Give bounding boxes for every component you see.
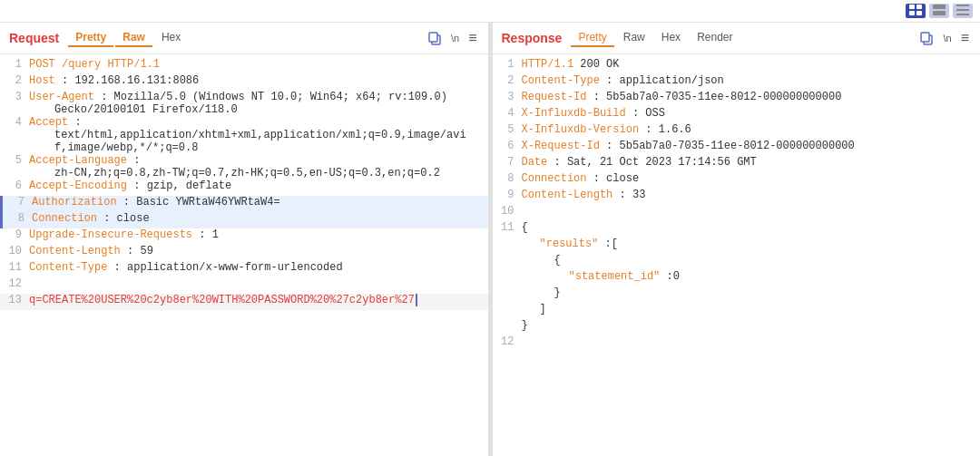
resp-line-results: "results" :[ — [493, 238, 981, 254]
line-12: 12 — [0, 277, 488, 294]
svg-rect-10 — [429, 33, 437, 42]
resp-line-11: 11 { — [493, 221, 981, 238]
svg-rect-3 — [916, 11, 922, 15]
copy-request-btn[interactable] — [426, 29, 444, 47]
request-header: Request Pretty Raw Hex \n ≡ — [0, 23, 488, 54]
top-bar — [0, 0, 980, 23]
svg-rect-6 — [956, 5, 969, 6]
svg-rect-7 — [956, 9, 969, 11]
resp-line-7: 7 Date : Sat, 21 Oct 2023 17:14:56 GMT — [493, 156, 981, 172]
resp-line-brace-open: { — [493, 254, 981, 270]
response-content[interactable]: 1 HTTP/1.1 200 OK 2 Content-Type : appli… — [493, 54, 981, 456]
line-6: 6 Accept-Encoding : gzip, deflate — [0, 179, 488, 196]
resp-line-obj-close: } — [493, 319, 981, 335]
line-3: 3 User-Agent : Mozilla/5.0 (Windows NT 1… — [0, 91, 488, 116]
response-icons: \n ≡ — [917, 28, 971, 48]
line-9: 9 Upgrade-Insecure-Requests : 1 — [0, 228, 488, 245]
tab-response-render[interactable]: Render — [690, 29, 740, 47]
resp-line-1: 1 HTTP/1.1 200 OK — [493, 58, 981, 74]
resp-line-4: 4 X-Influxdb-Build : OSS — [493, 107, 981, 123]
resp-line-3: 3 Request-Id : 5b5ab7a0-7035-11ee-8012-0… — [493, 91, 981, 107]
resp-line-8: 8 Connection : close — [493, 172, 981, 189]
line-2: 2 Host : 192.168.16.131:8086 — [0, 74, 488, 91]
request-icons: \n ≡ — [426, 28, 479, 48]
svg-rect-0 — [909, 5, 915, 9]
resp-line-2: 2 Content-Type : application/json — [493, 74, 981, 91]
tab-request-hex[interactable]: Hex — [154, 29, 188, 47]
resp-line-brace-close: } — [493, 286, 981, 303]
resp-line-6: 6 X-Request-Id : 5b5ab7a0-7035-11ee-8012… — [493, 140, 981, 156]
request-content[interactable]: 1 POST /query HTTP/1.1 2 Host : 192.168.… — [0, 54, 488, 456]
request-title: Request — [9, 31, 59, 45]
newline-response-btn[interactable]: \n — [941, 31, 953, 45]
response-title: Response — [502, 31, 563, 45]
line-11: 11 Content-Type : application/x-www-form… — [0, 261, 488, 277]
tab-response-raw[interactable]: Raw — [616, 29, 652, 47]
main-panels: Request Pretty Raw Hex \n ≡ — [0, 23, 980, 456]
resp-line-9: 9 Content-Length : 33 — [493, 189, 981, 205]
svg-rect-1 — [916, 5, 922, 9]
line-7: 7 Authorization : Basic YWRtaW46YWRtaW4= — [0, 196, 488, 212]
line-5: 5 Accept-Language : zh-CN,zh;q=0.8,zh-TW… — [0, 154, 488, 179]
svg-rect-2 — [909, 11, 915, 15]
response-panel: Response Pretty Raw Hex Render \n ≡ — [493, 23, 981, 456]
line-13: 13 q=CREATE%20USER%20c2yb8er%20WITH%20PA… — [0, 294, 488, 310]
line-4: 4 Accept : text/html,application/xhtml+x… — [0, 116, 488, 154]
tab-request-pretty[interactable]: Pretty — [68, 29, 113, 47]
resp-line-5: 5 X-Influxdb-Version : 1.6.6 — [493, 123, 981, 140]
tab-request-raw[interactable]: Raw — [115, 29, 152, 47]
tab-response-pretty[interactable]: Pretty — [571, 29, 613, 47]
tab-response-hex[interactable]: Hex — [654, 29, 688, 47]
response-header: Response Pretty Raw Hex Render \n ≡ — [493, 23, 981, 54]
svg-rect-4 — [933, 5, 946, 9]
menu-response-btn[interactable]: ≡ — [959, 28, 971, 48]
resp-line-statement: "statement_id" :0 — [493, 270, 981, 286]
layout-split-btn[interactable] — [929, 4, 949, 18]
copy-response-btn[interactable] — [917, 29, 936, 47]
resp-line-12: 12 — [493, 335, 981, 352]
resp-line-bracket-close: ] — [493, 303, 981, 319]
newline-request-btn[interactable]: \n — [449, 31, 461, 45]
line-10: 10 Content-Length : 59 — [0, 245, 488, 261]
svg-rect-8 — [956, 14, 969, 15]
svg-rect-12 — [921, 33, 929, 42]
svg-rect-5 — [933, 11, 946, 15]
layout-menu-btn[interactable] — [953, 4, 973, 18]
menu-request-btn[interactable]: ≡ — [466, 28, 478, 48]
request-panel: Request Pretty Raw Hex \n ≡ — [0, 23, 489, 456]
resp-line-10: 10 — [493, 205, 981, 221]
line-1: 1 POST /query HTTP/1.1 — [0, 58, 488, 74]
layout-grid-btn[interactable] — [906, 4, 926, 18]
line-8: 8 Connection : close — [0, 212, 488, 228]
